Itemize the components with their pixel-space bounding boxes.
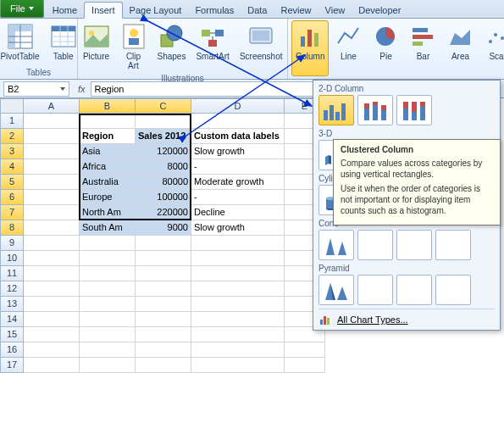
cell[interactable] <box>80 114 136 129</box>
screenshot-button[interactable]: Screenshot <box>235 20 287 73</box>
chart-cone-2[interactable] <box>357 230 393 260</box>
tab-review[interactable]: Review <box>274 3 318 18</box>
cell[interactable] <box>24 266 80 281</box>
tab-formulas[interactable]: Formulas <box>188 3 241 18</box>
tab-view[interactable]: View <box>318 3 352 18</box>
cell[interactable] <box>136 251 191 266</box>
chart-cone-3[interactable] <box>396 230 432 260</box>
cell[interactable] <box>24 297 80 312</box>
cell[interactable] <box>80 312 136 327</box>
cell[interactable]: Custom data labels <box>191 129 285 144</box>
cell[interactable] <box>191 236 285 251</box>
picture-button[interactable]: Picture <box>79 20 114 73</box>
cell[interactable]: 8000 <box>136 159 191 175</box>
cell[interactable] <box>80 266 136 281</box>
cell[interactable] <box>24 175 80 190</box>
cell[interactable] <box>80 297 136 312</box>
cell[interactable]: Australia <box>80 175 136 190</box>
chart-pyr-4[interactable] <box>435 275 471 305</box>
tab-home[interactable]: Home <box>46 3 84 18</box>
cell[interactable] <box>80 236 136 251</box>
clipart-button[interactable]: Clip Art <box>116 20 152 73</box>
pie-chart-button[interactable]: Pie <box>368 20 403 76</box>
area-chart-button[interactable]: Area <box>442 20 478 76</box>
cell[interactable] <box>80 281 136 297</box>
chart-pyr-2[interactable] <box>357 275 393 305</box>
chart-2d-clustered[interactable] <box>318 95 354 125</box>
cell[interactable] <box>136 236 191 251</box>
cell[interactable] <box>24 190 80 205</box>
cell[interactable]: - <box>191 190 285 205</box>
tab-page-layout[interactable]: Page Layout <box>123 3 189 18</box>
cell[interactable] <box>136 342 191 358</box>
cell[interactable]: 100000 <box>136 190 191 205</box>
cell[interactable] <box>191 358 285 373</box>
chart-cone-4[interactable] <box>435 230 471 260</box>
smartart-button[interactable]: SmartArt <box>191 20 233 73</box>
cell[interactable]: Sales 2012 <box>136 129 191 144</box>
cell[interactable]: Africa <box>80 159 136 175</box>
cell[interactable]: Slow growth <box>191 144 285 159</box>
cell[interactable] <box>191 266 285 281</box>
cell[interactable]: Slow growth <box>191 220 285 236</box>
cell[interactable]: Asia <box>80 144 136 159</box>
cell[interactable] <box>24 342 80 358</box>
cell[interactable] <box>191 342 285 358</box>
chart-pyr-1[interactable] <box>318 275 354 305</box>
line-chart-button[interactable]: Line <box>330 20 366 76</box>
cell[interactable] <box>80 327 136 342</box>
cell[interactable]: Region <box>80 129 136 144</box>
cell[interactable] <box>24 159 80 175</box>
cell[interactable] <box>136 266 191 281</box>
cell[interactable] <box>24 327 80 342</box>
cell[interactable] <box>24 358 80 373</box>
cell[interactable]: South Am <box>80 220 136 236</box>
cell[interactable] <box>136 312 191 327</box>
cell[interactable] <box>136 114 191 129</box>
tab-data[interactable]: Data <box>241 3 274 18</box>
cell[interactable]: - <box>191 159 285 175</box>
cell[interactable] <box>24 144 80 159</box>
cell[interactable] <box>191 297 285 312</box>
column-chart-button[interactable]: Column <box>291 20 329 76</box>
table-button[interactable]: Table <box>46 20 81 67</box>
tab-insert[interactable]: Insert <box>84 2 123 19</box>
cell[interactable]: North Am <box>80 205 136 220</box>
tab-developer[interactable]: Developer <box>352 3 407 18</box>
cell[interactable] <box>285 358 325 373</box>
cell[interactable] <box>24 220 80 236</box>
chart-pyr-3[interactable] <box>396 275 432 305</box>
cell[interactable]: 220000 <box>136 205 191 220</box>
cell[interactable] <box>80 251 136 266</box>
pivottable-button[interactable]: PivotTable <box>0 20 44 67</box>
cell[interactable]: 80000 <box>136 175 191 190</box>
name-box[interactable]: B2 <box>3 81 69 97</box>
cell[interactable] <box>191 312 285 327</box>
shapes-button[interactable]: Shapes <box>153 20 191 73</box>
cell[interactable]: Decline <box>191 205 285 220</box>
bar-chart-button[interactable]: Bar <box>405 20 440 76</box>
fx-icon[interactable]: fx <box>78 84 86 94</box>
cell[interactable] <box>136 281 191 297</box>
cell[interactable] <box>24 251 80 266</box>
chart-2d-100stacked[interactable] <box>396 95 432 125</box>
cell[interactable] <box>136 358 191 373</box>
cell[interactable] <box>24 281 80 297</box>
cell[interactable] <box>80 358 136 373</box>
cell[interactable]: 9000 <box>136 220 191 236</box>
cell[interactable] <box>191 114 285 129</box>
cell[interactable] <box>191 251 285 266</box>
cell[interactable] <box>80 342 136 358</box>
cell[interactable] <box>191 281 285 297</box>
scatter-chart-button[interactable]: Scat <box>479 20 504 76</box>
cell[interactable]: Moderate growth <box>191 175 285 190</box>
cell[interactable]: 120000 <box>136 144 191 159</box>
chart-cone-1[interactable] <box>318 230 354 260</box>
cell[interactable] <box>136 327 191 342</box>
cell[interactable] <box>24 205 80 220</box>
cell[interactable] <box>24 129 80 144</box>
cell[interactable] <box>24 114 80 129</box>
cell[interactable] <box>24 312 80 327</box>
cell[interactable] <box>136 297 191 312</box>
cell[interactable]: Europe <box>80 190 136 205</box>
